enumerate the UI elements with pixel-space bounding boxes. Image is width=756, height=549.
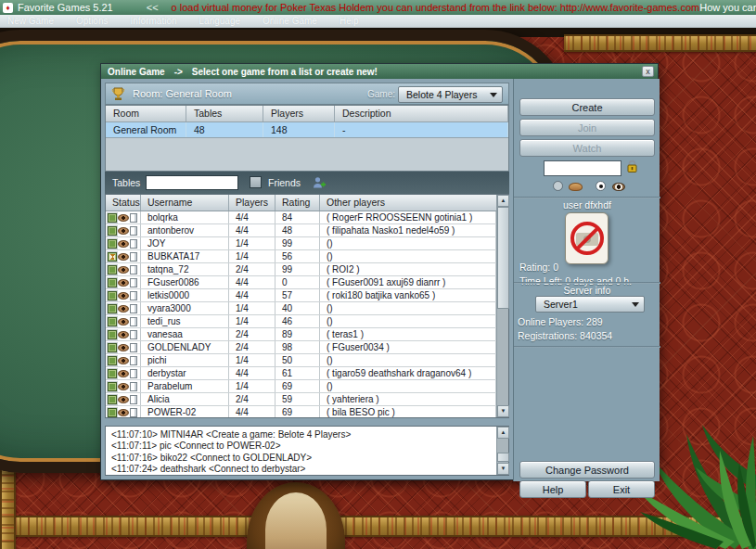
seat-status-icon — [108, 317, 117, 326]
help-button[interactable]: Help — [519, 480, 586, 498]
card-icon — [130, 252, 137, 262]
scroll-down-icon[interactable]: ▼ — [497, 463, 509, 475]
table-row[interactable]: JOY1/499() — [106, 237, 496, 250]
play-radio[interactable] — [553, 181, 563, 191]
exit-button[interactable]: Exit — [588, 480, 655, 498]
friends-label: Friends — [268, 177, 301, 188]
card-icon — [130, 239, 137, 249]
table-row[interactable]: GOLDENLADY2/498( FGuser0034 ) — [106, 341, 496, 354]
players-cell: 4/4 — [229, 406, 275, 417]
change-password-button[interactable]: Change Password — [519, 461, 655, 479]
eye-icon — [118, 253, 129, 261]
table-row[interactable]: pichi1/450() — [106, 354, 496, 367]
table-row[interactable]: derbystar4/461( tigaro59 deathshark drag… — [106, 367, 496, 380]
players-cell: 2/4 — [229, 393, 275, 405]
table-row[interactable]: Parabelum1/469() — [106, 380, 496, 393]
rating-cell: 56 — [275, 250, 320, 262]
eye-icon — [118, 279, 129, 287]
menu-online-game[interactable]: Online Game — [263, 16, 317, 26]
table-row[interactable]: FGuser00864/40( FGuser0091 axuj69 dianrr… — [106, 276, 496, 289]
watch-button[interactable]: Watch — [519, 139, 655, 157]
watch-radio[interactable] — [596, 181, 606, 191]
col-players: Players — [229, 195, 275, 211]
status-icons — [106, 302, 141, 314]
status-icons — [106, 315, 141, 327]
scroll-thumb[interactable] — [497, 453, 509, 462]
table-row[interactable]: POWER-024/469( bila BESO pic ) — [106, 406, 496, 417]
table-row[interactable]: Alicia2/459( yahteriera ) — [106, 393, 496, 406]
chat-line: <11:07:24> deathshark <Connect to derbys… — [111, 464, 496, 475]
username-cell: bolqrka — [141, 211, 229, 223]
table-password-input[interactable] — [544, 160, 621, 176]
tables-filter-bar: Tables Friends — [105, 172, 509, 194]
close-icon[interactable]: x — [642, 66, 654, 77]
table-row[interactable]: vyara30001/440() — [106, 302, 496, 315]
scroll-down-icon[interactable]: ▼ — [497, 405, 509, 417]
players-cell: 4/4 — [229, 276, 275, 288]
others-cell: ( RogerF RROOSSEENN gotinia1 ) — [320, 211, 496, 223]
table-row[interactable]: bolqrka4/484( RogerF RROOSSEENN gotinia1… — [106, 211, 496, 224]
dialog-title-arrow: -> — [174, 67, 183, 77]
table-row[interactable]: antonberov4/448( filipahata Nasko1 nedel… — [106, 224, 496, 237]
tables-filter-input[interactable] — [146, 175, 238, 190]
status-icons — [106, 328, 141, 340]
scroll-up-icon[interactable]: ▲ — [497, 195, 509, 207]
players-scrollbar[interactable]: ▲ ▼ — [496, 195, 508, 417]
menu-information[interactable]: Information — [130, 16, 176, 26]
table-row[interactable]: vanesaa2/489( teras1 ) — [106, 328, 496, 341]
scroll-up-icon[interactable]: ▲ — [497, 427, 509, 439]
room-name-label: Room: General Room — [133, 88, 232, 99]
rating-cell: 48 — [275, 224, 320, 236]
menu-options[interactable]: Options — [76, 16, 108, 26]
seat-status-icon — [108, 408, 117, 417]
rating-cell: 84 — [275, 211, 320, 223]
friends-checkbox[interactable] — [250, 176, 262, 188]
lock-icon — [626, 159, 638, 173]
card-icon — [130, 343, 137, 352]
game-select[interactable]: Belote 4 Players — [398, 86, 503, 103]
username-cell: tedi_rus — [141, 315, 229, 327]
create-button[interactable]: Create — [519, 98, 655, 116]
menu-new-game[interactable]: New Game — [7, 16, 54, 26]
chair-cushion — [265, 492, 327, 549]
menu-language[interactable]: Language — [199, 16, 241, 26]
divider — [514, 346, 660, 348]
dialog-title: Online Game — [108, 67, 165, 77]
menu-help[interactable]: Help — [340, 16, 359, 26]
table-row[interactable]: tedi_rus1/446() — [106, 315, 496, 328]
rating-cell: 0 — [275, 276, 320, 288]
scroll-thumb[interactable] — [497, 207, 509, 309]
eye-icon — [118, 331, 129, 338]
card-icon — [130, 226, 137, 236]
card-icon — [130, 395, 137, 404]
eye-icon — [118, 292, 129, 300]
seat-status-icon — [108, 239, 117, 249]
col-players: Players — [263, 106, 335, 121]
rating-cell: 50 — [275, 354, 320, 366]
seat-status-icon — [108, 395, 117, 404]
table-row[interactable]: letkis00004/457( roki180 batjika vanko65… — [106, 289, 496, 302]
col-username: Username — [141, 195, 229, 211]
server-info-title: Server info — [514, 285, 660, 296]
room-row-selected[interactable]: General Room 48 148 - — [106, 122, 508, 138]
room-table-header: Room Tables Players Description — [106, 106, 508, 122]
status-icons — [106, 341, 141, 353]
chat-scrollbar[interactable]: ▲ ▼ — [496, 427, 508, 475]
status-icons — [106, 393, 141, 405]
server-select[interactable]: Server1 — [535, 296, 645, 313]
table-row[interactable]: tatqna_722/499( ROI2 ) — [106, 263, 496, 276]
rating-cell: 46 — [275, 315, 320, 327]
join-button[interactable]: Join — [519, 119, 655, 136]
chat-lines: <11:07:10> MITNI4AR <Create a game: Belo… — [106, 427, 496, 475]
card-icon — [130, 408, 137, 417]
online-game-dialog: Online Game -> Select one game from a li… — [100, 63, 659, 480]
table-row[interactable]: BUBKATA171/456() — [106, 250, 496, 263]
card-icon — [130, 265, 137, 274]
seat-status-icon — [108, 356, 117, 365]
seat-status-icon — [108, 278, 117, 287]
add-friend-icon[interactable] — [313, 176, 327, 189]
username-cell: vyara3000 — [141, 302, 229, 314]
dialog-titlebar[interactable]: Online Game -> Select one game from a li… — [101, 64, 658, 79]
eye-icon — [118, 409, 129, 416]
eye-icon — [118, 344, 129, 351]
